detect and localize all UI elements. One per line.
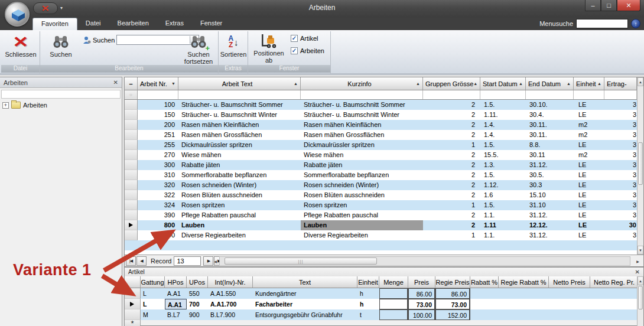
cell-upos[interactable]: 700 xyxy=(187,299,208,309)
auto-filter-row[interactable]: ○ xyxy=(125,90,643,100)
cell-netto-preis[interactable] xyxy=(549,288,590,299)
cell-arbeit-text[interactable]: Lauben xyxy=(178,220,301,230)
record-number-field[interactable]: 13 xyxy=(174,256,201,266)
suchen-button[interactable]: Suchen xyxy=(44,33,78,65)
cell-rabatt[interactable] xyxy=(470,299,499,309)
ribbon-tab[interactable]: Fenster xyxy=(192,18,230,30)
cell-preis[interactable]: 86.00 xyxy=(408,288,435,299)
column-header-gruppen-groesse[interactable]: Gruppen Grösse▲ xyxy=(423,77,480,90)
cell-end-datum[interactable]: 30.3 xyxy=(526,180,574,190)
column-header-einheit[interactable]: Einheit▲ xyxy=(574,77,604,90)
cell-menge[interactable] xyxy=(379,309,408,320)
column-header-einheit[interactable]: Einheit xyxy=(357,276,379,288)
cell-ertrag[interactable]: 3 xyxy=(604,170,637,180)
column-header-menge[interactable]: Menge xyxy=(379,276,408,288)
sortieren-button[interactable]: AZ ↓ Sortieren xyxy=(216,33,251,65)
row-gutter[interactable] xyxy=(125,110,138,120)
cell-arbeit-nr[interactable]: 322 xyxy=(138,190,178,200)
row-gutter[interactable] xyxy=(125,180,138,190)
cell-kurzinfo[interactable]: Sträucher- u. Baumschnitt Sommer xyxy=(301,100,423,110)
cell-ertrag[interactable]: 30 xyxy=(604,220,637,230)
cell-gattung[interactable]: L xyxy=(141,288,165,299)
cell-gruppen-groesse[interactable]: 2 xyxy=(423,150,480,160)
cell-gruppen-groesse[interactable]: 2 xyxy=(423,220,480,230)
hscrollbar-thumb[interactable]: ||| xyxy=(225,257,377,265)
cell-regie-rabatt[interactable] xyxy=(499,288,549,299)
cell-start-datum[interactable]: 1.5. xyxy=(480,200,526,210)
row-gutter[interactable] xyxy=(125,288,141,299)
cell-start-datum[interactable]: 1.5. xyxy=(480,100,526,110)
cell-arbeit-text[interactable]: Sträucher- u. Baumschnitt Winter xyxy=(178,110,301,120)
table-row[interactable]: 310 Sommerflorabatte bepflanzen Sommerfl… xyxy=(125,170,643,180)
cell-start-datum[interactable]: 1.6 xyxy=(480,190,526,200)
table-row[interactable]: 255 Dickmaulrüssler spritzen Dickmaulrüs… xyxy=(125,140,643,150)
cell-einheit[interactable]: LE xyxy=(574,200,604,210)
cell-einheit[interactable]: LE xyxy=(574,220,604,230)
row-gutter[interactable] xyxy=(125,190,138,200)
cell-text[interactable]: Entsorgungsgebühr Grünabfuhr xyxy=(253,309,357,320)
cell-rabatt[interactable] xyxy=(470,309,499,320)
cell-end-datum[interactable]: 12.12. xyxy=(526,220,574,230)
cell-gruppen-groesse[interactable]: 2 xyxy=(423,170,480,180)
table-row[interactable]: 100 Sträucher- u. Baumschnitt Sommer Str… xyxy=(125,100,643,110)
ribbon-tab[interactable]: Bearbeiten xyxy=(109,18,157,30)
cell-text[interactable]: Facharbeiter xyxy=(253,299,357,309)
qat-customize-button[interactable]: ▾ xyxy=(60,6,63,11)
cell-kurzinfo[interactable]: Dickmaulrüssler spritzen xyxy=(301,140,423,150)
cell-kurzinfo[interactable]: Sommerflorabatte bepflanzen xyxy=(301,170,423,180)
cell-kurzinfo[interactable]: Rosen schneiden (Winter) xyxy=(301,180,423,190)
cell-gruppen-groesse[interactable]: 1 xyxy=(423,140,480,150)
cell-start-datum[interactable]: 1.1. xyxy=(480,210,526,220)
table-row[interactable]: 320 Rosen schneiden (Winter) Rosen schne… xyxy=(125,180,643,190)
scroll-up-button[interactable]: ▲ xyxy=(638,77,643,86)
scroll-right-icon[interactable]: ▶ xyxy=(634,257,642,265)
cell-start-datum[interactable]: 15.5. xyxy=(480,150,526,160)
maximize-button[interactable]: □ xyxy=(601,0,617,11)
row-gutter[interactable] xyxy=(125,100,138,110)
cell-gruppen-groesse[interactable]: 2 xyxy=(423,110,480,120)
table-row[interactable]: 251 Rasen mähen Grossflächen Rasen mähen… xyxy=(125,130,643,140)
cell-end-datum[interactable]: 30.11. xyxy=(526,120,574,130)
artikel-row[interactable]: L A.A1 700 A.A1.700 Facharbeiter h 73.00… xyxy=(125,299,643,309)
column-header-rabatt[interactable]: Rabatt % xyxy=(470,276,499,288)
cell-arbeit-nr[interactable]: 900 xyxy=(138,230,178,240)
cell-netto-preis[interactable] xyxy=(549,309,590,320)
cell-end-datum[interactable]: 31.12. xyxy=(526,210,574,220)
cell-ertrag[interactable]: 3 xyxy=(604,200,637,210)
cell-gruppen-groesse[interactable]: 2 xyxy=(423,120,480,130)
cell-kurzinfo[interactable]: Wiese mähen xyxy=(301,150,423,160)
cell-kurzinfo[interactable]: Rasen mähen Kleinflächen xyxy=(301,120,423,130)
ribbon-tab[interactable]: Favoriten xyxy=(32,18,77,30)
cell-netto-reg-pr[interactable] xyxy=(590,288,639,299)
column-header-netto-reg-pr[interactable]: Netto Reg. Pr. xyxy=(590,276,639,288)
cell-einheit[interactable]: LE xyxy=(574,140,604,150)
cell-end-datum[interactable]: 30.4. xyxy=(526,110,574,120)
cell-arbeit-nr[interactable]: 100 xyxy=(138,100,178,110)
cell-kurzinfo[interactable]: Rabatte jäten xyxy=(301,160,423,170)
cell-ertrag[interactable]: 3 xyxy=(604,190,637,200)
row-gutter[interactable] xyxy=(125,200,138,210)
cell-einheit[interactable]: LE xyxy=(574,170,604,180)
cell-regie-preis[interactable]: 86.00 xyxy=(435,288,470,299)
nav-prev-button[interactable]: ◀ xyxy=(136,256,147,266)
artikel-row[interactable]: M B.L7 900 B.L7.900 Entsorgungsgebühr Gr… xyxy=(125,309,643,320)
cell-gruppen-groesse[interactable]: 2 xyxy=(423,210,480,220)
cell-gruppen-groesse[interactable]: 2 xyxy=(423,160,480,170)
cell-gattung[interactable]: L xyxy=(141,299,165,309)
artikel-vertical-scrollbar[interactable]: ▲ xyxy=(637,276,643,326)
column-header-start-datum[interactable]: Start Datum▲ xyxy=(480,77,526,90)
cell-rabatt[interactable] xyxy=(470,288,499,299)
cell-arbeit-text[interactable]: Rosen schneiden (Winter) xyxy=(178,180,301,190)
menu-search-go-button[interactable]: ↑ xyxy=(631,19,640,28)
cell-start-datum[interactable]: 1.4. xyxy=(480,130,526,140)
table-row[interactable]: 270 Wiese mähen Wiese mähen 2 15.5. 30.1… xyxy=(125,150,643,160)
column-header-hpos[interactable]: HPos xyxy=(165,276,187,288)
cell-einheit[interactable]: t xyxy=(357,309,379,320)
cell-einheit[interactable]: LE xyxy=(574,160,604,170)
cell-hpos[interactable]: B.L7 xyxy=(165,309,187,320)
cell-kurzinfo[interactable]: Sträucher- u. Baumschnitt Winter xyxy=(301,110,423,120)
artikel-close-icon[interactable]: ✕ xyxy=(635,269,640,275)
cell-ertrag[interactable]: 3 xyxy=(604,210,637,220)
table-row[interactable]: 150 Sträucher- u. Baumschnitt Winter Str… xyxy=(125,110,643,120)
cell-einheit[interactable]: LE xyxy=(574,100,604,110)
